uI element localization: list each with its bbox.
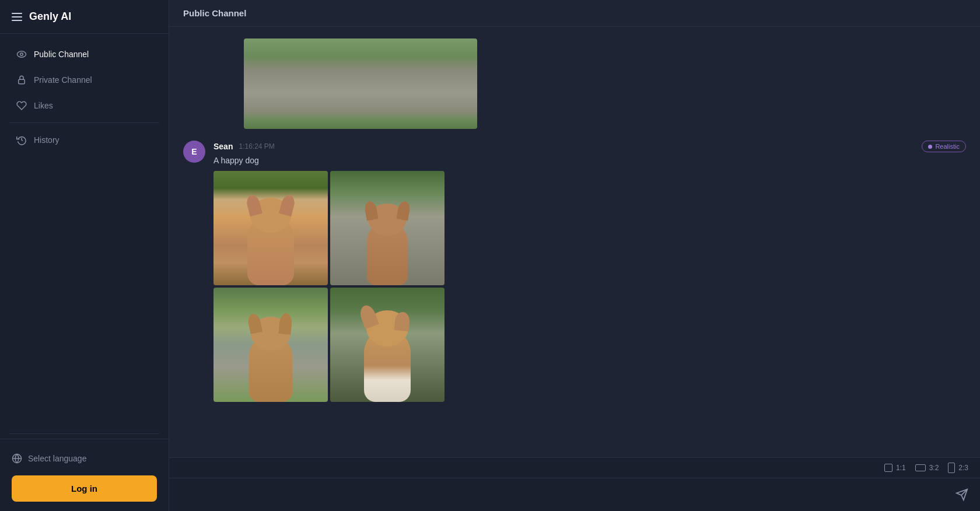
ratio-1-1-icon — [884, 464, 892, 472]
channel-title: Public Channel — [183, 8, 246, 18]
language-icon — [12, 453, 22, 464]
message-group: E Sean 1:16:24 PM Realistic A happy dog — [183, 141, 966, 402]
ratio-2-3[interactable]: 2:3 — [948, 463, 968, 473]
select-language-label: Select language — [28, 454, 86, 463]
sidebar-footer: Select language Log in — [0, 439, 169, 511]
ratio-2-3-label: 2:3 — [958, 464, 968, 472]
image-grid — [214, 171, 444, 402]
sidebar-divider — [9, 123, 159, 123]
ratio-3-2-icon — [915, 464, 926, 471]
svg-rect-2 — [19, 79, 25, 84]
ratio-2-3-icon — [948, 463, 955, 473]
ratio-1-1-label: 1:1 — [896, 464, 906, 472]
login-button[interactable]: Log in — [12, 475, 157, 502]
sidebar-item-private-channel[interactable]: Private Channel — [5, 68, 164, 92]
ratio-3-2-label: 3:2 — [929, 464, 939, 472]
eye-icon — [16, 49, 27, 60]
main-header: Public Channel — [169, 0, 980, 27]
history-icon — [16, 135, 27, 145]
avatar: E — [183, 141, 205, 163]
message-badge: Realistic — [922, 141, 966, 152]
sidebar-item-likes[interactable]: Likes — [5, 93, 164, 118]
svg-point-1 — [20, 53, 23, 56]
bottom-bar: 1:1 3:2 2:3 — [169, 457, 980, 511]
lock-icon — [16, 75, 27, 85]
aspect-ratio-bar: 1:1 3:2 2:3 — [169, 458, 980, 478]
hamburger-icon[interactable] — [12, 13, 22, 21]
dog-image-1[interactable] — [214, 171, 328, 285]
main-content: Public Channel E Sean 1:16:24 PM Realist… — [169, 0, 980, 511]
road-image — [244, 38, 477, 129]
sidebar-item-public-channel[interactable]: Public Channel — [5, 42, 164, 66]
send-icon — [956, 488, 968, 501]
select-language[interactable]: Select language — [12, 449, 157, 468]
app-title: Genly AI — [29, 10, 71, 23]
message-content: Sean 1:16:24 PM Realistic A happy dog — [214, 141, 966, 402]
input-area — [169, 478, 980, 511]
dog-image-2[interactable] — [330, 171, 444, 285]
sidebar-item-label: Likes — [34, 101, 53, 110]
top-image — [244, 38, 477, 129]
message-time: 1:16:24 PM — [239, 142, 274, 150]
ratio-1-1[interactable]: 1:1 — [884, 464, 906, 472]
message-text: A happy dog — [214, 156, 966, 165]
send-button[interactable] — [956, 488, 968, 501]
messages-area: E Sean 1:16:24 PM Realistic A happy dog — [169, 27, 980, 457]
dog-image-4[interactable] — [330, 288, 444, 402]
sidebar-nav: Public Channel Private Channel Likes — [0, 34, 169, 429]
dog-image-3[interactable] — [214, 288, 328, 402]
svg-point-0 — [18, 51, 26, 58]
heart-icon — [16, 100, 27, 111]
sidebar-header: Genly AI — [0, 0, 169, 34]
sidebar: Genly AI Public Channel Private Channel — [0, 0, 169, 511]
chat-input[interactable] — [181, 487, 949, 503]
sidebar-item-history[interactable]: History — [5, 128, 164, 152]
message-meta: Sean 1:16:24 PM Realistic — [214, 141, 966, 152]
sidebar-bottom-divider — [9, 433, 159, 434]
sidebar-item-label: Private Channel — [34, 75, 92, 85]
sidebar-item-label: History — [34, 135, 60, 145]
message-author: Sean — [214, 142, 233, 151]
ratio-3-2[interactable]: 3:2 — [915, 464, 939, 472]
sidebar-item-label: Public Channel — [34, 50, 89, 59]
